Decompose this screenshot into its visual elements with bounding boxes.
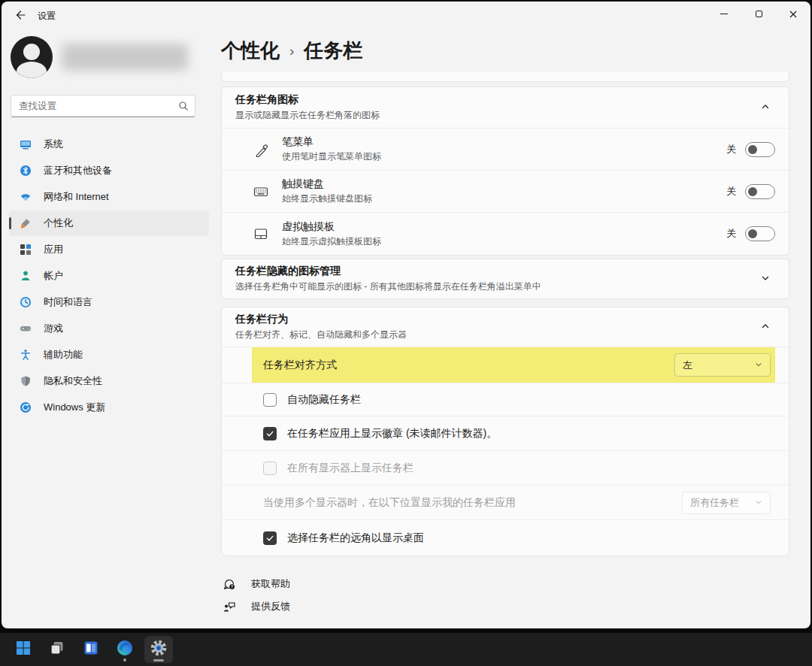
sidebar-item-accounts[interactable]: 帐户 — [9, 263, 209, 289]
toggle-state-label: 关 — [726, 227, 736, 241]
maximize-icon — [756, 11, 762, 17]
sidebar-item-time-language[interactable]: 时间和语言 — [9, 289, 209, 315]
get-help-icon — [223, 577, 236, 591]
windows-update-icon — [20, 401, 32, 413]
collapse-button[interactable] — [756, 98, 775, 117]
task-view-icon — [49, 640, 65, 659]
start-button[interactable] — [9, 636, 38, 663]
sidebar-item-label: 辅助功能 — [44, 348, 83, 362]
feedback-label: 提供反馈 — [251, 600, 290, 613]
setting-subtitle: 始终显示虚拟触摸板图标 — [282, 235, 713, 248]
minimize-icon — [720, 14, 728, 14]
feedback-icon — [223, 600, 236, 613]
setting-subtitle: 始终显示触摸键盘图标 — [282, 192, 713, 205]
setting-row-far-corner: 选择任务栏的远角以显示桌面 — [222, 519, 789, 556]
sidebar-item-windows-update[interactable]: Windows 更新 — [9, 395, 209, 420]
network-icon — [20, 191, 32, 203]
section-title: 任务栏隐藏的图标管理 — [235, 265, 756, 278]
virtual-touchpad-toggle[interactable] — [745, 226, 775, 241]
far-corner-label: 选择任务栏的远角以显示桌面 — [287, 531, 771, 545]
multi-display-value: 所有任务栏 — [690, 496, 750, 510]
pen-icon — [253, 142, 268, 157]
get-help-link[interactable]: 获取帮助 — [223, 576, 290, 592]
section-title: 任务栏行为 — [235, 313, 756, 326]
running-indicator — [123, 658, 126, 661]
privacy-icon — [20, 375, 32, 387]
all-displays-label: 在所有显示器上显示任务栏 — [287, 462, 771, 475]
group-header-corner-icons[interactable]: 任务栏角图标 显示或隐藏显示在任务栏角落的图标 — [222, 87, 789, 128]
setting-row-virtual-touchpad: 虚拟触摸板 始终显示虚拟触摸板图标 关 — [222, 212, 789, 255]
section-subtitle: 选择任务栏角中可能显示的图标 - 所有其他图标将显示在任务栏角溢出菜单中 — [235, 280, 756, 293]
feedback-link[interactable]: 提供反馈 — [223, 598, 290, 615]
section-title: 任务栏角图标 — [235, 93, 756, 107]
setting-row-autohide: 自动隐藏任务栏 — [222, 383, 789, 416]
group-header-behaviors[interactable]: 任务栏行为 任务栏对齐、标记、自动隐藏和多个显示器 — [222, 307, 789, 347]
avatar[interactable] — [11, 36, 53, 78]
expand-button[interactable] — [756, 269, 775, 289]
collapse-button[interactable] — [756, 317, 775, 337]
search-icon — [177, 100, 189, 112]
virtual-touchpad-icon — [253, 226, 268, 241]
page-title: 任务栏 — [304, 38, 362, 64]
close-button[interactable] — [776, 2, 810, 26]
accounts-icon — [20, 270, 32, 282]
setting-title: 触摸键盘 — [282, 177, 713, 191]
card-taskbar-overflow: 任务栏隐藏的图标管理 选择任务栏角中可能显示的图标 - 所有其他图标将显示在任务… — [221, 259, 789, 299]
sidebar-item-label: 蓝牙和其他设备 — [44, 164, 112, 177]
sidebar-item-network[interactable]: 网络和 Internet — [9, 184, 209, 210]
system-icon — [20, 138, 32, 150]
card-taskbar-behaviors: 任务栏行为 任务栏对齐、标记、自动隐藏和多个显示器 任务栏对齐方式 左 自动隐藏… — [221, 307, 789, 556]
sidebar-item-label: Windows 更新 — [44, 401, 105, 414]
setting-row-taskbar-alignment: 任务栏对齐方式 左 — [222, 347, 789, 383]
section-subtitle: 任务栏对齐、标记、自动隐藏和多个显示器 — [235, 328, 756, 341]
windows-start-icon — [15, 640, 32, 659]
touch-keyboard-toggle[interactable] — [745, 184, 775, 199]
sidebar-item-bluetooth[interactable]: 蓝牙和其他设备 — [9, 158, 209, 183]
chevron-up-icon — [761, 101, 770, 114]
edge-icon — [116, 639, 134, 660]
sidebar-item-personalization[interactable]: 个性化 — [9, 210, 209, 236]
all-displays-checkbox — [263, 462, 277, 475]
sidebar-item-system[interactable]: 系统 — [9, 132, 209, 157]
multi-display-dropdown: 所有任务栏 — [682, 492, 771, 514]
sidebar-item-privacy[interactable]: 隐私和安全性 — [9, 368, 209, 394]
group-header-overflow[interactable]: 任务栏隐藏的图标管理 选择任务栏角中可能显示的图标 - 所有其他图标将显示在任务… — [222, 259, 789, 298]
pen-menu-toggle[interactable] — [745, 142, 775, 157]
widgets-button[interactable] — [77, 636, 105, 663]
apps-icon — [20, 244, 32, 256]
touch-keyboard-icon — [253, 184, 268, 199]
search-input[interactable] — [11, 95, 195, 117]
sidebar-item-label: 隐私和安全性 — [44, 374, 102, 388]
minimize-button[interactable] — [707, 2, 741, 26]
widgets-icon — [83, 640, 99, 659]
setting-row-all-displays: 在所有显示器上显示任务栏 — [222, 450, 789, 485]
setting-title: 笔菜单 — [282, 135, 713, 149]
maximize-button[interactable] — [741, 2, 776, 26]
alignment-dropdown[interactable]: 左 — [674, 353, 771, 377]
back-button[interactable] — [9, 5, 32, 25]
autohide-checkbox[interactable] — [263, 393, 277, 407]
edge-button[interactable] — [111, 636, 139, 663]
get-help-label: 获取帮助 — [251, 577, 290, 591]
settings-gear-icon — [150, 639, 168, 660]
breadcrumb-parent[interactable]: 个性化 — [221, 38, 280, 64]
sidebar-item-apps[interactable]: 应用 — [9, 237, 209, 262]
setting-title: 虚拟触摸板 — [282, 220, 713, 234]
bluetooth-icon — [20, 165, 32, 177]
sidebar-item-gaming[interactable]: 游戏 — [9, 316, 209, 341]
user-name-blurred — [62, 44, 188, 71]
task-view-button[interactable] — [43, 636, 71, 663]
settings-taskbar-button[interactable] — [144, 636, 173, 663]
far-corner-checkbox[interactable] — [263, 531, 277, 545]
toggle-state-label: 关 — [726, 185, 736, 198]
active-indicator — [153, 659, 164, 661]
badges-checkbox[interactable] — [263, 427, 277, 440]
chevron-down-icon — [755, 497, 762, 508]
sidebar-item-accessibility[interactable]: 辅助功能 — [9, 342, 209, 368]
partial-card-above — [221, 72, 789, 82]
alignment-value: 左 — [683, 359, 750, 372]
setting-row-pen-menu: 笔菜单 使用笔时显示笔菜单图标 关 — [222, 128, 789, 170]
autohide-label: 自动隐藏任务栏 — [287, 393, 771, 407]
sidebar-item-label: 个性化 — [44, 216, 73, 230]
section-subtitle: 显示或隐藏显示在任务栏角落的图标 — [235, 109, 756, 122]
